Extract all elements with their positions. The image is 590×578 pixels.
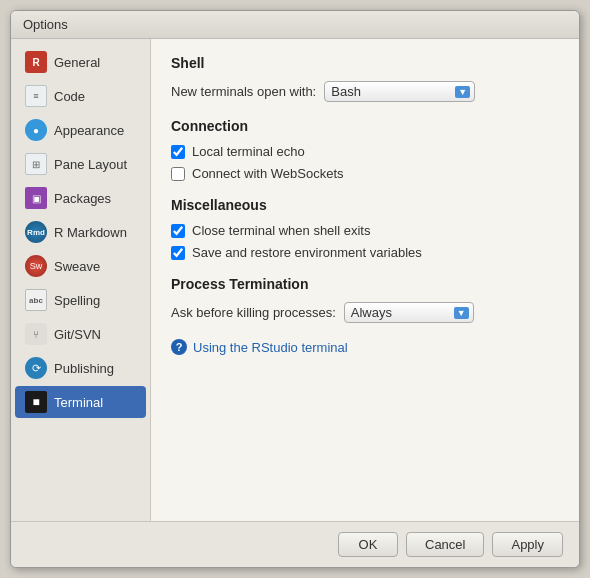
sidebar-item-label-spelling: Spelling bbox=[54, 293, 100, 308]
shell-section: Shell New terminals open with: BashZshsh… bbox=[171, 55, 559, 102]
sidebar-item-appearance[interactable]: ●Appearance bbox=[15, 114, 146, 146]
spelling-icon: abc bbox=[25, 289, 47, 311]
sidebar-item-label-appearance: Appearance bbox=[54, 123, 124, 138]
connection-title: Connection bbox=[171, 118, 559, 134]
process-row: Ask before killing processes: AlwaysNeve… bbox=[171, 302, 559, 323]
pane-layout-icon: ⊞ bbox=[25, 153, 47, 175]
packages-icon: ▣ bbox=[25, 187, 47, 209]
main-content: Shell New terminals open with: BashZshsh… bbox=[151, 39, 579, 521]
save-restore-row: Save and restore environment variables bbox=[171, 245, 559, 260]
terminal-icon: ■ bbox=[25, 391, 47, 413]
close-terminal-row: Close terminal when shell exits bbox=[171, 223, 559, 238]
misc-title: Miscellaneous bbox=[171, 197, 559, 213]
sidebar-item-r-markdown[interactable]: RmdR Markdown bbox=[15, 216, 146, 248]
sidebar-item-label-publishing: Publishing bbox=[54, 361, 114, 376]
sidebar: RGeneral≡Code●Appearance⊞Pane Layout▣Pac… bbox=[11, 39, 151, 521]
sidebar-item-label-git-svn: Git/SVN bbox=[54, 327, 101, 342]
dialog-title: Options bbox=[23, 17, 68, 32]
appearance-icon: ● bbox=[25, 119, 47, 141]
options-dialog: Options RGeneral≡Code●Appearance⊞Pane La… bbox=[10, 10, 580, 568]
shell-row: New terminals open with: BashZshshComman… bbox=[171, 81, 559, 102]
sidebar-item-code[interactable]: ≡Code bbox=[15, 80, 146, 112]
publishing-icon: ⟳ bbox=[25, 357, 47, 379]
local-echo-label: Local terminal echo bbox=[192, 144, 305, 159]
cancel-button[interactable]: Cancel bbox=[406, 532, 484, 557]
process-select-wrapper: AlwaysNeverAsk bbox=[344, 302, 474, 323]
sidebar-item-general[interactable]: RGeneral bbox=[15, 46, 146, 78]
sidebar-item-packages[interactable]: ▣Packages bbox=[15, 182, 146, 214]
sidebar-item-label-code: Code bbox=[54, 89, 85, 104]
sweave-icon: Sw bbox=[25, 255, 47, 277]
help-icon: ? bbox=[171, 339, 187, 355]
sidebar-item-git-svn[interactable]: ⑂Git/SVN bbox=[15, 318, 146, 350]
ask-before-label: Ask before killing processes: bbox=[171, 305, 336, 320]
misc-section: Miscellaneous Close terminal when shell … bbox=[171, 197, 559, 260]
help-link-text: Using the RStudio terminal bbox=[193, 340, 348, 355]
process-section: Process Termination Ask before killing p… bbox=[171, 276, 559, 323]
general-icon: R bbox=[25, 51, 47, 73]
dialog-body: RGeneral≡Code●Appearance⊞Pane Layout▣Pac… bbox=[11, 39, 579, 521]
sidebar-item-label-sweave: Sweave bbox=[54, 259, 100, 274]
save-restore-checkbox[interactable] bbox=[171, 246, 185, 260]
sidebar-item-spelling[interactable]: abcSpelling bbox=[15, 284, 146, 316]
save-restore-label: Save and restore environment variables bbox=[192, 245, 422, 260]
new-terminals-label: New terminals open with: bbox=[171, 84, 316, 99]
apply-button[interactable]: Apply bbox=[492, 532, 563, 557]
process-title: Process Termination bbox=[171, 276, 559, 292]
dialog-footer: OK Cancel Apply bbox=[11, 521, 579, 567]
sidebar-item-label-packages: Packages bbox=[54, 191, 111, 206]
shell-select[interactable]: BashZshshCommand PromptPowerShellWindows… bbox=[324, 81, 475, 102]
r-markdown-icon: Rmd bbox=[25, 221, 47, 243]
sidebar-item-publishing[interactable]: ⟳Publishing bbox=[15, 352, 146, 384]
close-terminal-label: Close terminal when shell exits bbox=[192, 223, 370, 238]
ok-button[interactable]: OK bbox=[338, 532, 398, 557]
code-icon: ≡ bbox=[25, 85, 47, 107]
local-echo-checkbox[interactable] bbox=[171, 145, 185, 159]
websockets-checkbox[interactable] bbox=[171, 167, 185, 181]
process-select[interactable]: AlwaysNeverAsk bbox=[344, 302, 474, 323]
sidebar-item-label-r-markdown: R Markdown bbox=[54, 225, 127, 240]
sidebar-item-terminal[interactable]: ■Terminal bbox=[15, 386, 146, 418]
sidebar-item-label-terminal: Terminal bbox=[54, 395, 103, 410]
sidebar-item-sweave[interactable]: SwSweave bbox=[15, 250, 146, 282]
sidebar-item-label-general: General bbox=[54, 55, 100, 70]
local-echo-row: Local terminal echo bbox=[171, 144, 559, 159]
help-link-row[interactable]: ? Using the RStudio terminal bbox=[171, 339, 559, 355]
shell-title: Shell bbox=[171, 55, 559, 71]
title-bar: Options bbox=[11, 11, 579, 39]
shell-select-wrapper: BashZshshCommand PromptPowerShellWindows… bbox=[324, 81, 475, 102]
sidebar-item-pane-layout[interactable]: ⊞Pane Layout bbox=[15, 148, 146, 180]
websockets-label: Connect with WebSockets bbox=[192, 166, 344, 181]
close-terminal-checkbox[interactable] bbox=[171, 224, 185, 238]
connection-section: Connection Local terminal echo Connect w… bbox=[171, 118, 559, 181]
websockets-row: Connect with WebSockets bbox=[171, 166, 559, 181]
git-svn-icon: ⑂ bbox=[25, 323, 47, 345]
sidebar-item-label-pane-layout: Pane Layout bbox=[54, 157, 127, 172]
